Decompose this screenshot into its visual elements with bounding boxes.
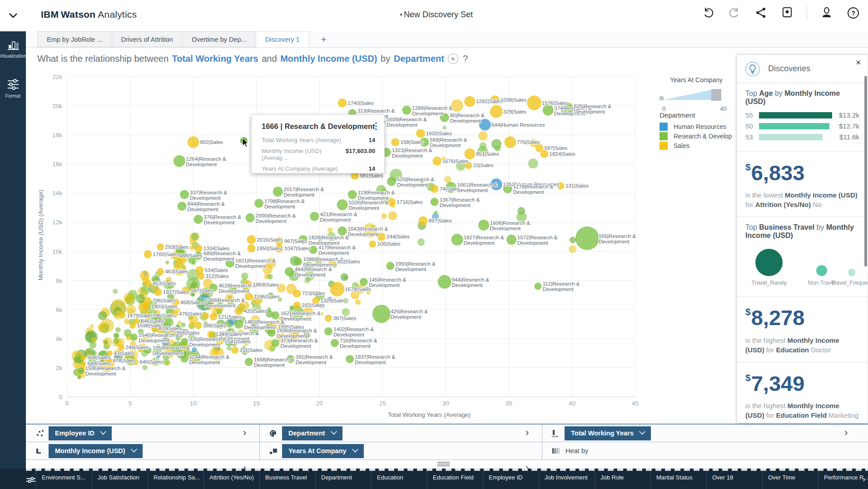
chart-bubble[interactable] bbox=[192, 347, 197, 352]
chart-bubble[interactable] bbox=[402, 106, 411, 115]
chart-bubble[interactable] bbox=[165, 261, 169, 264]
dataset-field-job-satisfaction[interactable]: Job Satisfaction bbox=[92, 471, 148, 489]
chart-bubble[interactable] bbox=[543, 105, 554, 116]
chart-bubble[interactable] bbox=[325, 315, 332, 322]
discovery-card[interactable]: Top Age by Monthly Income (USD)55$13.2k5… bbox=[737, 83, 868, 151]
chart-bubble[interactable] bbox=[304, 277, 310, 283]
y-axis-field-pill[interactable]: Monthly Income (USD) bbox=[49, 444, 143, 458]
shelf-next-button[interactable]: › bbox=[526, 427, 529, 439]
legend-item[interactable]: Sales bbox=[660, 142, 746, 150]
chart-bubble[interactable] bbox=[181, 338, 188, 345]
chart-bubble[interactable] bbox=[271, 339, 279, 347]
chart-bubble[interactable] bbox=[478, 220, 489, 231]
chart-bubble[interactable] bbox=[342, 308, 350, 316]
chart-bubble[interactable] bbox=[119, 312, 126, 319]
chart-bubble[interactable] bbox=[91, 337, 97, 342]
chart-bubble[interactable] bbox=[327, 227, 333, 233]
chart-bubble[interactable] bbox=[293, 301, 300, 309]
dataset-field-over-18[interactable]: Over 18 bbox=[707, 471, 763, 489]
chart-bubble[interactable] bbox=[178, 321, 182, 325]
chart-bubble[interactable] bbox=[143, 303, 150, 310]
chart-bubble[interactable] bbox=[464, 96, 475, 107]
chart-bubble[interactable] bbox=[144, 280, 151, 287]
shelf-next-button[interactable]: › bbox=[243, 427, 246, 439]
chart-bubble[interactable] bbox=[227, 346, 232, 351]
chart-bubble[interactable] bbox=[372, 305, 391, 323]
chart-bubble[interactable] bbox=[495, 146, 501, 151]
chart-bubble[interactable] bbox=[189, 240, 195, 245]
color-field-pill[interactable]: Department bbox=[282, 426, 342, 440]
chart-bubble[interactable] bbox=[144, 250, 152, 258]
sidebar-item-visualization[interactable]: Visualization bbox=[0, 31, 26, 59]
chart-bubble[interactable] bbox=[386, 262, 394, 270]
chart-bubble[interactable] bbox=[310, 212, 319, 221]
chart-bubble[interactable] bbox=[118, 344, 124, 351]
chart-bubble[interactable] bbox=[247, 244, 255, 252]
dataset-field-attrition-yes-no[interactable]: Attrition (Yes/No) bbox=[204, 471, 260, 489]
chart-bubble[interactable] bbox=[174, 155, 185, 167]
chart-bubble[interactable] bbox=[348, 190, 357, 199]
chart-bubble[interactable] bbox=[189, 246, 194, 250]
chart-bubble[interactable] bbox=[157, 243, 164, 251]
chart-bubble[interactable] bbox=[569, 245, 576, 253]
chart-bubble[interactable] bbox=[293, 289, 301, 297]
chart-bubble[interactable] bbox=[130, 334, 138, 341]
chart-bubble[interactable] bbox=[241, 272, 248, 280]
chart-bubble[interactable] bbox=[346, 355, 354, 363]
chart-bubble[interactable] bbox=[142, 365, 148, 370]
chart-bubble[interactable] bbox=[575, 227, 599, 250]
legend-item[interactable]: Research & Develop bbox=[660, 132, 746, 140]
chart-bubble[interactable] bbox=[195, 322, 202, 329]
chart-bubble[interactable] bbox=[285, 267, 294, 276]
legend-item[interactable]: Human Resources bbox=[660, 123, 746, 131]
chart-bubble[interactable] bbox=[234, 320, 243, 329]
chart-bubble[interactable] bbox=[126, 336, 131, 341]
chart-bubble[interactable] bbox=[78, 367, 84, 374]
chart-bubble[interactable] bbox=[338, 99, 347, 108]
sidebar-item-format[interactable]: Format bbox=[0, 70, 26, 99]
discovery-card[interactable]: Top Business Travel by Monthly Income (U… bbox=[737, 217, 868, 296]
chart-bubble[interactable] bbox=[202, 312, 209, 320]
chart-bubble[interactable] bbox=[114, 333, 119, 339]
dataset-field-performance-r[interactable]: Performance R... bbox=[818, 471, 868, 489]
chart-bubble[interactable] bbox=[246, 213, 255, 222]
discovery-card[interactable]: $7,349is the highest Monthly Income (USD… bbox=[737, 362, 868, 423]
chart-bubble[interactable] bbox=[324, 327, 332, 336]
chart-bubble[interactable] bbox=[114, 338, 119, 343]
chart-bubble[interactable] bbox=[444, 176, 451, 183]
chart-bubble[interactable] bbox=[124, 329, 132, 337]
chart-bubble[interactable] bbox=[416, 129, 425, 138]
chart-bubble[interactable] bbox=[245, 358, 253, 366]
chart-bubble[interactable] bbox=[377, 232, 386, 241]
chart-bubble[interactable] bbox=[98, 322, 108, 332]
field-filter-button[interactable] bbox=[26, 471, 36, 489]
chart-bubble[interactable] bbox=[189, 321, 195, 328]
chart-bubble[interactable] bbox=[157, 268, 164, 275]
chart-bubble[interactable] bbox=[438, 275, 451, 289]
dataset-field-job-role[interactable]: Job Role bbox=[595, 471, 651, 489]
chart-bubble[interactable] bbox=[451, 99, 463, 112]
dataset-field-relationship-sa[interactable]: Relationship Sa... bbox=[148, 471, 204, 489]
dataset-field-department[interactable]: Department bbox=[316, 471, 372, 489]
chart-bubble[interactable] bbox=[442, 126, 446, 130]
dataset-field-job-involvement[interactable]: Job Involvement bbox=[539, 471, 595, 489]
chart-bubble[interactable] bbox=[154, 288, 162, 296]
chart-bubble[interactable] bbox=[355, 299, 361, 305]
chart-bubble[interactable] bbox=[382, 213, 387, 219]
chart-bubble[interactable] bbox=[388, 211, 397, 220]
chart-bubble[interactable] bbox=[417, 238, 425, 246]
chart-bubble[interactable] bbox=[451, 234, 463, 246]
chart-bubble[interactable] bbox=[331, 339, 339, 347]
chart-bubble[interactable] bbox=[432, 157, 441, 166]
chart-bubble[interactable] bbox=[140, 271, 149, 280]
chart-bubble[interactable] bbox=[540, 150, 548, 158]
size-field-pill[interactable]: Years At Company bbox=[282, 444, 364, 458]
chart-bubble[interactable] bbox=[98, 311, 107, 320]
discovery-card[interactable]: $8,278is the highest Monthly Income (USD… bbox=[737, 296, 868, 361]
chart-bubble[interactable] bbox=[506, 235, 516, 245]
chart-bubble[interactable] bbox=[570, 237, 576, 243]
chart-bubble[interactable] bbox=[254, 199, 263, 208]
dataset-field-education[interactable]: Education bbox=[372, 471, 427, 489]
detail-field-pill[interactable]: Total Working Years bbox=[565, 426, 651, 440]
dataset-field-environment-s[interactable]: Environment S... bbox=[36, 471, 92, 489]
